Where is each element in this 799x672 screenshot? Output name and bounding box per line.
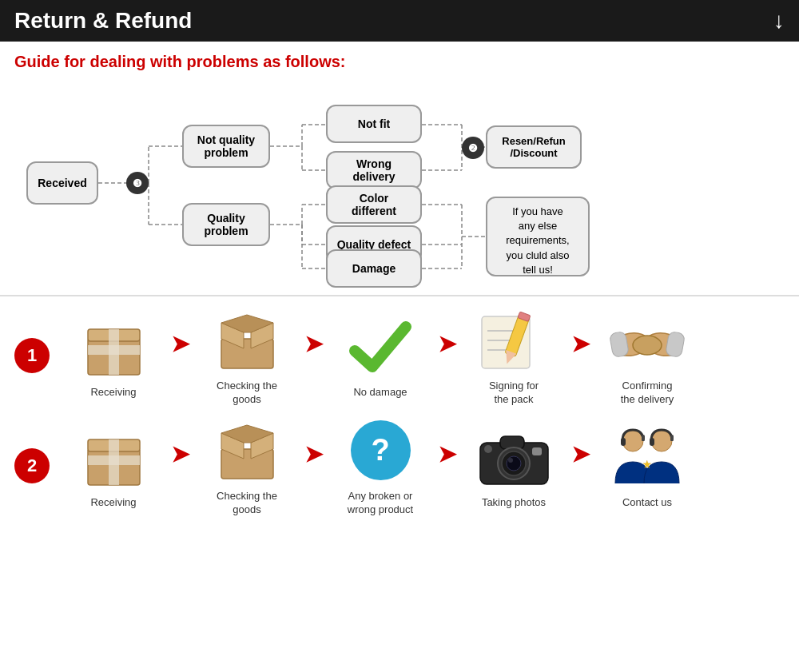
svg-rect-66 bbox=[650, 438, 654, 446]
step-label-receiving-1: Receiving bbox=[90, 386, 136, 400]
step-item-broken: ? Any broken orwrong product bbox=[324, 415, 436, 517]
down-arrow-icon: ↓ bbox=[773, 8, 785, 34]
step-label-broken: Any broken orwrong product bbox=[348, 490, 413, 517]
step-arrow-1-3: ➤ bbox=[438, 331, 456, 357]
svg-rect-29 bbox=[88, 345, 140, 355]
step-arrow-2-3: ➤ bbox=[438, 441, 456, 467]
guide-title: Guide for dealing with problems as follo… bbox=[14, 53, 785, 71]
header: Return & Refund ↓ bbox=[0, 0, 799, 42]
svg-rect-50 bbox=[221, 449, 273, 479]
svg-point-61 bbox=[484, 445, 492, 453]
handshake-icon bbox=[603, 304, 691, 376]
guide-section: Guide for dealing with problems as follo… bbox=[0, 42, 799, 295]
step-item-checking-1: Checking thegoods bbox=[191, 304, 303, 407]
page-title: Return & Refund bbox=[14, 8, 192, 34]
box-closed-icon-2 bbox=[70, 421, 157, 493]
step-label-confirming: Confirmingthe delivery bbox=[621, 380, 674, 407]
step-row-2: 2 Receiving ➤ bbox=[14, 415, 785, 517]
question-circle: ? bbox=[351, 420, 411, 480]
question-icon: ? bbox=[336, 415, 424, 487]
step-arrow-1-2: ➤ bbox=[304, 331, 323, 357]
svg-rect-67 bbox=[670, 435, 674, 441]
step-item-signing: Signing forthe pack bbox=[458, 304, 570, 407]
box-open-icon-2 bbox=[203, 415, 291, 487]
step-label-nodamage: No damage bbox=[353, 386, 407, 400]
step-item-checking-2: Checking thegoods bbox=[191, 415, 303, 517]
box-closed-icon-1 bbox=[70, 311, 157, 383]
step-item-receiving-1: Receiving bbox=[58, 311, 169, 400]
flowchart-not-quality: Not qualityproblem bbox=[182, 125, 270, 168]
step-arrow-2-1: ➤ bbox=[171, 441, 189, 467]
contact-icon bbox=[603, 421, 691, 493]
step-item-receiving-2: Receiving bbox=[58, 421, 169, 510]
flowchart-quality: Qualityproblem bbox=[182, 203, 270, 246]
step-item-nodamage: No damage bbox=[324, 311, 436, 400]
step-arrow-2-4: ➤ bbox=[571, 441, 590, 467]
steps-section: 1 Receiving ➤ bbox=[0, 295, 799, 517]
flowchart-color-different: Color different bbox=[326, 185, 422, 224]
step-number-2: 2 bbox=[14, 448, 50, 483]
box-open-icon-1 bbox=[203, 304, 291, 376]
svg-rect-60 bbox=[532, 447, 542, 455]
flowchart-badge3: ❸ bbox=[126, 172, 149, 194]
flowchart-not-fit: Not fit bbox=[326, 105, 422, 143]
flowchart-damage: Damage bbox=[326, 249, 422, 288]
step-item-photos: Taking photos bbox=[458, 421, 570, 510]
step-label-contact: Contact us bbox=[622, 496, 672, 510]
svg-point-59 bbox=[508, 458, 513, 463]
pencil-icon bbox=[470, 304, 558, 376]
svg-rect-64 bbox=[621, 438, 626, 446]
step-arrow-1-1: ➤ bbox=[171, 331, 189, 357]
step-label-checking-1: Checking thegoods bbox=[217, 380, 277, 407]
step-arrow-2-2: ➤ bbox=[304, 441, 323, 467]
flowchart-wrong-delivery: Wrong delivery bbox=[326, 151, 422, 189]
step-label-signing: Signing forthe pack bbox=[489, 380, 539, 407]
step-label-checking-2: Checking thegoods bbox=[217, 490, 277, 517]
checkmark-icon bbox=[336, 311, 424, 383]
svg-rect-30 bbox=[221, 339, 273, 368]
step-arrow-1-4: ➤ bbox=[571, 331, 590, 357]
step-label-receiving-2: Receiving bbox=[90, 496, 136, 510]
flowchart-outcome1: Resen/Refun/Discount bbox=[486, 125, 582, 169]
step-label-photos: Taking photos bbox=[482, 496, 546, 510]
svg-point-45 bbox=[633, 336, 662, 355]
step-number-1: 1 bbox=[14, 338, 50, 373]
step-row-1: 1 Receiving ➤ bbox=[14, 304, 785, 407]
step-item-confirming: Confirmingthe delivery bbox=[591, 304, 703, 407]
svg-rect-65 bbox=[642, 435, 645, 441]
flowchart-received: Received bbox=[26, 161, 98, 205]
step-item-contact: Contact us bbox=[591, 421, 703, 510]
flowchart: Received ❸ Not qualityproblem Qualitypro… bbox=[14, 81, 797, 288]
camera-icon bbox=[470, 421, 558, 493]
svg-point-58 bbox=[507, 456, 521, 471]
flowchart-badge2: ❷ bbox=[462, 137, 484, 159]
flowchart-outcome2: If you haveany elserequirements,you clul… bbox=[486, 197, 590, 276]
svg-rect-49 bbox=[88, 455, 140, 465]
